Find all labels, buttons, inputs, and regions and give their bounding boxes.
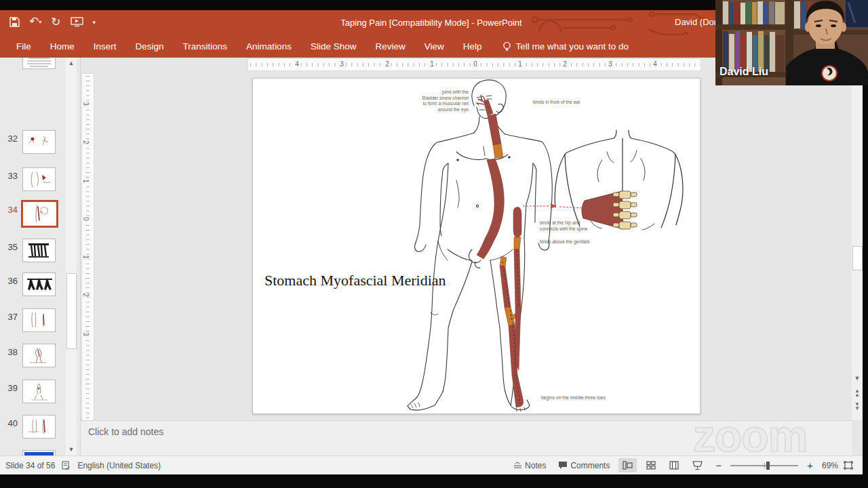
slide-number: 36 <box>1 276 18 286</box>
ruler-label: 2 <box>81 140 90 144</box>
tab-review[interactable]: Review <box>366 35 414 58</box>
annotation-eye: joins with the Bladder sinew channel to … <box>394 89 469 113</box>
ruler-label: 1 <box>81 255 90 259</box>
horizontal-ruler: 4 3 2 1 0 1 2 3 4 <box>248 58 701 71</box>
slide-number: 39 <box>1 383 18 393</box>
webcam-video: David Liu <box>715 0 868 85</box>
tab-insert[interactable]: Insert <box>84 35 126 58</box>
reading-view-icon <box>669 461 679 470</box>
zoom-slider-thumb[interactable] <box>766 462 770 470</box>
slide-thumbnail[interactable] <box>22 308 56 332</box>
tell-me-box[interactable]: Tell me what you want to do <box>502 41 629 52</box>
vertical-ruler: 3 2 1 0 1 2 3 <box>81 73 94 422</box>
slide-indicator: Slide 34 of 56 <box>5 461 55 470</box>
ruler-label: 3 <box>607 60 614 68</box>
slide-thumbnail[interactable] <box>22 239 56 262</box>
zoom-slider-midpoint <box>764 463 765 468</box>
next-slide-button[interactable]: ▾▾ <box>852 402 863 410</box>
letterbox-bottom <box>0 474 868 488</box>
ruler-label: 2 <box>384 60 391 68</box>
slide-show-button[interactable] <box>688 458 707 472</box>
tab-view[interactable]: View <box>415 35 454 58</box>
slide-thumbnail[interactable] <box>22 415 56 439</box>
ruler-label: 3 <box>338 60 345 68</box>
annotation-genitals: binds above the genitals <box>540 239 589 245</box>
annotation-toes: begins on the middle three toes <box>541 395 606 401</box>
zoom-level[interactable]: 69% <box>822 461 838 470</box>
zoom-out-button[interactable]: − <box>712 458 725 473</box>
notes-toggle[interactable]: Notes <box>510 459 549 472</box>
account-name: David (Don <box>675 17 719 27</box>
editor-scrollbar-thumb[interactable] <box>852 246 863 270</box>
slide-number: 40 <box>1 418 18 428</box>
tab-transitions[interactable]: Transitions <box>174 35 237 58</box>
zoom-watermark: zoom <box>693 415 807 456</box>
ruler-label: 4 <box>652 60 658 68</box>
slide-number: 32 <box>1 134 18 144</box>
slide-sorter-icon <box>646 461 656 470</box>
lightbulb-icon <box>502 41 511 52</box>
slide-thumbnail-panel: 32 33 34 35 <box>0 58 81 455</box>
tab-home[interactable]: Home <box>41 35 84 58</box>
slide-canvas[interactable]: Stomach Myofascial Meridian joins with t… <box>252 78 701 414</box>
normal-view-icon <box>623 461 633 470</box>
slide-title-text[interactable]: Stomach Myofascial Meridian <box>264 272 446 289</box>
fit-to-window-icon[interactable] <box>844 461 853 470</box>
normal-view-button[interactable] <box>618 458 637 472</box>
scroll-down-icon[interactable]: ▼ <box>852 375 863 382</box>
thumbnail-scroll-up-icon[interactable]: ▲ <box>66 60 77 66</box>
slide-number: 38 <box>1 347 18 357</box>
annotation-ear: binds in front of the ear <box>533 100 580 106</box>
editor-scrollbar[interactable]: ▼ ▴▴ ▾▾ <box>852 58 863 420</box>
thumbnail-scrollbar-thumb[interactable] <box>66 273 77 349</box>
ruler-label: 2 <box>561 60 568 68</box>
ruler-label: 0 <box>472 60 479 68</box>
letterbox-top <box>0 0 715 10</box>
language-status[interactable]: English (United States) <box>77 461 161 470</box>
ruler-label: 1 <box>429 60 435 68</box>
anatomy-figure <box>253 79 700 413</box>
ruler-label: 2 <box>81 293 90 297</box>
ruler-label: 4 <box>294 60 300 68</box>
comments-icon <box>558 461 568 470</box>
slide-number-selected: 34 <box>1 205 18 215</box>
tab-help[interactable]: Help <box>454 35 492 58</box>
notes-icon <box>513 462 522 470</box>
notes-placeholder[interactable]: Click to add notes <box>88 426 163 437</box>
annotation-hip: binds at the hip and connects with the s… <box>540 220 588 232</box>
zoom-in-button[interactable]: + <box>804 458 816 473</box>
ruler-label: 3 <box>81 332 90 336</box>
slide-thumbnail[interactable] <box>22 344 56 367</box>
ruler-label: 3 <box>81 102 90 106</box>
slide-thumbnail[interactable] <box>22 58 56 69</box>
tab-file[interactable]: File <box>7 35 41 58</box>
slide-thumbnail[interactable] <box>22 167 56 191</box>
slide-thumbnail[interactable] <box>22 130 56 154</box>
spell-check-icon[interactable] <box>62 461 71 470</box>
ruler-label: 1 <box>81 179 90 183</box>
thumbnail-scroll-down-icon[interactable]: ▼ <box>66 446 77 453</box>
ruler-label: 0 <box>81 217 90 221</box>
status-bar: Slide 34 of 56 English (United States) N… <box>0 455 863 474</box>
slide-thumbnail[interactable] <box>22 272 56 296</box>
tab-design[interactable]: Design <box>126 35 174 58</box>
slide-thumbnail[interactable] <box>22 450 56 455</box>
slide-number: 33 <box>1 171 18 181</box>
slide-number: 37 <box>1 312 18 322</box>
slide-thumbnail-selected[interactable] <box>21 200 58 228</box>
ruler-label: 1 <box>517 60 524 68</box>
zoom-slider[interactable] <box>730 465 798 466</box>
slide-number: 35 <box>1 242 18 252</box>
participant-name: David Liu <box>719 66 768 78</box>
tab-animations[interactable]: Animations <box>237 35 301 58</box>
thumbnail-scrollbar[interactable] <box>66 58 77 455</box>
slide-show-icon <box>692 461 703 470</box>
screen: ↶▾ ↻ ▾ Taping Pain [Compatibility Mode] … <box>0 0 868 488</box>
slide-sorter-view-button[interactable] <box>642 458 660 472</box>
previous-slide-button[interactable]: ▴▴ <box>852 388 863 396</box>
comments-toggle[interactable]: Comments <box>555 459 613 472</box>
reading-view-button[interactable] <box>665 458 683 472</box>
slide-thumbnail[interactable] <box>22 380 56 403</box>
tab-slide-show[interactable]: Slide Show <box>301 35 366 58</box>
